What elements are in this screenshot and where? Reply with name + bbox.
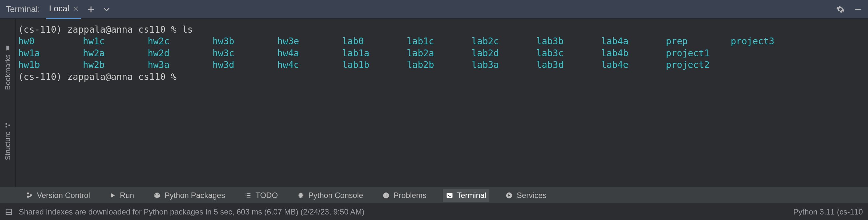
- interpreter-indicator[interactable]: Python 3.11 (cs-110: [793, 207, 863, 216]
- ls-entry: hw4a: [277, 47, 342, 59]
- tab-services[interactable]: Services: [502, 189, 550, 202]
- ls-entry: hw2a: [83, 47, 148, 59]
- svg-rect-3: [8, 124, 10, 126]
- ls-entry: hw3d: [213, 59, 277, 71]
- ls-row: hw1bhw2bhw3ahw3dhw4clab1blab2blab3alab3d…: [18, 59, 865, 71]
- minimize-icon[interactable]: [854, 5, 862, 13]
- ls-entry: lab2d: [471, 47, 536, 59]
- tab-label: Local: [49, 4, 69, 13]
- ls-entry: lab3b: [536, 36, 601, 47]
- status-bar: Shared indexes are downloaded for Python…: [0, 204, 868, 220]
- ls-entry: hw2d: [148, 47, 213, 59]
- tab-todo[interactable]: TODO: [241, 189, 281, 202]
- ls-entry: lab1c: [407, 36, 471, 47]
- ls-entry: prep: [666, 36, 731, 47]
- tab-label: Terminal: [457, 191, 487, 200]
- tab-terminal[interactable]: Terminal: [443, 189, 490, 202]
- structure-label: Structure: [4, 131, 12, 160]
- tab-label: TODO: [255, 191, 278, 200]
- ls-entry: lab1b: [342, 59, 407, 71]
- terminal-prompt: (cs-110) zappala@anna cs110 %: [18, 71, 865, 83]
- bottom-tool-tabs: Version Control Run Python Packages TODO…: [0, 187, 868, 204]
- svg-rect-2: [5, 126, 7, 128]
- ls-entry: hw4c: [277, 59, 342, 71]
- ls-entry: lab4b: [601, 47, 666, 59]
- ls-entry: lab4a: [601, 36, 666, 47]
- ls-entry: hw3a: [148, 59, 213, 71]
- structure-tool[interactable]: Structure: [4, 122, 12, 160]
- ls-entry: hw2b: [83, 59, 148, 71]
- ls-entry: hw2c: [148, 36, 213, 47]
- svg-rect-0: [855, 9, 861, 10]
- ls-entry: hw3c: [213, 47, 277, 59]
- ls-entry: project3: [731, 36, 796, 47]
- ls-entry: lab3d: [536, 59, 601, 71]
- ls-row: hw1ahw2ahw2dhw3chw4alab1alab2alab2dlab3c…: [18, 47, 865, 59]
- terminal-output[interactable]: (cs-110) zappala@anna cs110 % ls hw0hw1c…: [16, 19, 868, 187]
- ls-entry: [731, 47, 796, 59]
- tool-windows-icon[interactable]: [5, 208, 12, 216]
- tab-label: Problems: [394, 191, 426, 200]
- terminal-line: (cs-110) zappala@anna cs110 % ls: [18, 24, 865, 36]
- ls-entry: lab1a: [342, 47, 407, 59]
- terminal-header: Terminal: Local: [0, 0, 868, 19]
- tab-problems[interactable]: Problems: [379, 189, 430, 202]
- ls-entry: hw3b: [213, 36, 277, 47]
- ls-entry: hw3e: [277, 36, 342, 47]
- ls-entry: hw0: [18, 36, 83, 47]
- tab-version-control[interactable]: Version Control: [23, 189, 93, 202]
- tab-python-packages[interactable]: Python Packages: [150, 189, 228, 202]
- close-icon[interactable]: [73, 6, 79, 11]
- tab-python-console[interactable]: Python Console: [294, 189, 366, 202]
- ls-entry: project2: [666, 59, 731, 71]
- ls-entry: [731, 59, 796, 71]
- ls-entry: lab2a: [407, 47, 471, 59]
- ls-entry: lab3a: [471, 59, 536, 71]
- gear-icon[interactable]: [836, 5, 845, 13]
- svg-rect-9: [6, 209, 12, 215]
- svg-rect-1: [5, 123, 7, 125]
- add-tab-icon[interactable]: [88, 6, 95, 13]
- status-message: Shared indexes are downloaded for Python…: [19, 207, 364, 216]
- svg-rect-5: [386, 194, 386, 196]
- tab-label: Version Control: [37, 191, 90, 200]
- panel-title: Terminal:: [6, 4, 40, 14]
- tab-label: Python Packages: [164, 191, 225, 200]
- svg-rect-7: [446, 193, 452, 198]
- tab-label: Python Console: [308, 191, 363, 200]
- tab-label: Services: [517, 191, 547, 200]
- ls-entry: lab3c: [536, 47, 601, 59]
- ls-entry: hw1a: [18, 47, 83, 59]
- ls-entry: lab2c: [471, 36, 536, 47]
- terminal-tab-local[interactable]: Local: [46, 4, 81, 20]
- ls-entry: lab0: [342, 36, 407, 47]
- ls-entry: project1: [666, 47, 731, 59]
- tab-run[interactable]: Run: [106, 189, 137, 202]
- svg-rect-6: [386, 197, 386, 197]
- bookmarks-tool[interactable]: Bookmarks: [4, 45, 12, 90]
- bookmarks-label: Bookmarks: [4, 54, 12, 90]
- ls-entry: lab2b: [407, 59, 471, 71]
- ls-entry: hw1b: [18, 59, 83, 71]
- ls-output: hw0hw1chw2chw3bhw3elab0lab1clab2clab3bla…: [18, 36, 865, 71]
- left-tool-rail: Bookmarks Structure: [0, 19, 16, 187]
- ls-row: hw0hw1chw2chw3bhw3elab0lab1clab2clab3bla…: [18, 36, 865, 47]
- tab-label: Run: [120, 191, 134, 200]
- ls-entry: hw1c: [83, 36, 148, 47]
- chevron-down-icon[interactable]: [103, 6, 110, 13]
- svg-rect-10: [6, 213, 12, 215]
- ls-entry: lab4e: [601, 59, 666, 71]
